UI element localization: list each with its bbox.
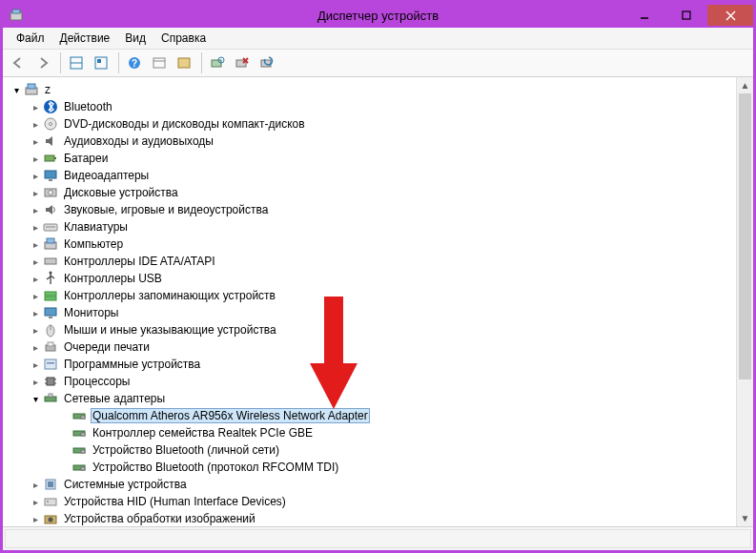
tree-item-label: Мыши и иные указывающие устройства [62, 322, 278, 338]
separator [118, 52, 119, 73]
tree-node-dvd[interactable]: ▸DVD-дисководы и дисководы компакт-диско… [7, 115, 753, 133]
expand-icon[interactable]: ▸ [30, 341, 41, 353]
svg-rect-41 [49, 317, 52, 318]
hid-icon [43, 494, 58, 509]
svg-rect-22 [28, 84, 35, 89]
toolbar-button[interactable] [148, 51, 171, 74]
menu-help[interactable]: Справка [153, 30, 214, 47]
tree-node-bt-pan[interactable]: Устройство Bluetooth (личной сети) [7, 441, 753, 459]
tree-node-computer[interactable]: ▸Компьютер [7, 236, 753, 253]
tree-node-hid[interactable]: ▸Устройства HID (Human Interface Devices… [7, 493, 753, 510]
tree-node-svg-devices[interactable]: ▸Звуковые, игровые и видеоустройства [7, 201, 753, 218]
menu-action[interactable]: Действие [52, 30, 118, 47]
menu-view[interactable]: Вид [117, 30, 153, 47]
svg-rect-28 [45, 171, 56, 178]
tree-item-label: Qualcomm Atheros AR956x Wireless Network… [91, 408, 370, 423]
tree-node-qualcomm-ar956x[interactable]: Qualcomm Atheros AR956x Wireless Network… [7, 407, 753, 424]
svg-rect-27 [54, 157, 56, 159]
statusbar-area [3, 526, 753, 550]
expand-icon[interactable]: ▸ [30, 187, 41, 198]
expand-icon[interactable]: ▸ [30, 221, 41, 233]
tree-node-disk[interactable]: ▸Дисковые устройства [7, 184, 753, 201]
expand-icon[interactable]: ▸ [30, 358, 41, 370]
network-adapter-icon [72, 442, 87, 458]
collapse-icon[interactable]: ▾ [10, 84, 22, 95]
device-tree[interactable]: ▲ ▼ ▾z▸Bluetooth▸DVD-дисководы и дисково… [3, 77, 753, 526]
tree-item-label: Контроллеры USB [62, 271, 164, 286]
scroll-thumb[interactable] [739, 93, 751, 379]
close-button[interactable] [707, 5, 753, 26]
tree-item-label: Компьютер [62, 236, 125, 252]
tree-node-display[interactable]: ▸Видеоадаптеры [7, 167, 753, 184]
software-icon [43, 357, 58, 372]
scan-hardware-button[interactable] [206, 51, 229, 74]
toggle-spacer [58, 444, 70, 456]
svg-rect-40 [45, 308, 56, 316]
expand-icon[interactable]: ▸ [30, 376, 41, 387]
svg-rect-1 [12, 10, 20, 13]
collapse-icon[interactable]: ▾ [30, 393, 41, 404]
svg-rect-64 [48, 481, 53, 487]
tree-node-keyboards[interactable]: ▸Клавиатуры [7, 218, 753, 236]
expand-icon[interactable]: ▸ [30, 273, 41, 284]
tree-node-audio-io[interactable]: ▸Аудиовходы и аудиовыходы [7, 133, 753, 150]
minimize-button[interactable] [623, 5, 665, 26]
tree-node-cpus[interactable]: ▸Процессоры [7, 373, 753, 390]
tree-node-bt-rfcomm[interactable]: Устройство Bluetooth (протокол RFCOMM TD… [7, 459, 753, 476]
tree-node-storage-ctrl[interactable]: ▸Контроллеры запоминающих устройств [7, 287, 753, 304]
battery-icon [43, 151, 58, 166]
back-button[interactable] [7, 51, 30, 74]
uninstall-button[interactable] [231, 51, 254, 74]
show-hide-button[interactable] [65, 51, 88, 74]
expand-icon[interactable]: ▸ [30, 170, 41, 181]
expand-icon[interactable]: ▸ [30, 238, 41, 250]
vertical-scrollbar[interactable]: ▲ ▼ [736, 77, 753, 526]
expand-icon[interactable]: ▸ [30, 135, 41, 147]
help-button[interactable]: ? [123, 51, 146, 74]
svg-point-25 [50, 123, 52, 126]
scroll-down-button[interactable]: ▼ [737, 510, 753, 526]
tree-node-print-queues[interactable]: ▸Очереди печати [7, 338, 753, 356]
svg-rect-9 [97, 59, 101, 63]
expand-icon[interactable]: ▸ [30, 118, 41, 130]
svg-text:?: ? [132, 58, 137, 69]
toolbar-button-2[interactable] [173, 51, 195, 74]
svg-rect-46 [45, 359, 56, 369]
tree-node-mice[interactable]: ▸Мыши и иные указывающие устройства [7, 321, 753, 338]
update-driver-button[interactable] [255, 51, 278, 74]
tree-node-net[interactable]: ▾Сетевые адаптеры [7, 390, 753, 407]
computer-root-icon [24, 82, 39, 97]
tree-node-imaging[interactable]: ▸Устройства обработки изображений [7, 510, 753, 526]
tree-node-system[interactable]: ▸Системные устройства [7, 476, 753, 493]
expand-icon[interactable]: ▸ [30, 153, 41, 164]
tree-node-ide[interactable]: ▸Контроллеры IDE ATA/ATAPI [7, 253, 753, 270]
display-icon [43, 168, 58, 183]
system-icon [43, 477, 58, 492]
tree-node-bluetooth[interactable]: ▸Bluetooth [7, 98, 753, 115]
scroll-up-button[interactable]: ▲ [737, 77, 753, 93]
properties-button[interactable] [90, 51, 112, 74]
titlebar[interactable]: Диспетчер устройств [3, 3, 753, 28]
expand-icon[interactable]: ▸ [30, 496, 41, 507]
forward-button[interactable] [31, 51, 54, 74]
menu-file[interactable]: Файл [9, 30, 52, 47]
tree-node-realtek-pcie-gbe[interactable]: Контроллер семейства Realtek PCIe GBE [7, 424, 753, 441]
svg-rect-56 [81, 416, 85, 419]
tree-node-software-dev[interactable]: ▸Программные устройства [7, 356, 753, 373]
expand-icon[interactable]: ▸ [30, 513, 41, 524]
tree-root-node[interactable]: ▾z [7, 81, 753, 98]
expand-icon[interactable]: ▸ [30, 324, 41, 336]
expand-icon[interactable]: ▸ [30, 479, 41, 490]
expand-icon[interactable]: ▸ [30, 290, 41, 301]
maximize-button[interactable] [665, 5, 707, 26]
svg-rect-36 [45, 258, 56, 264]
expand-icon[interactable]: ▸ [30, 307, 41, 318]
sound-icon [43, 202, 58, 217]
expand-icon[interactable]: ▸ [30, 204, 41, 215]
expand-icon[interactable]: ▸ [30, 256, 41, 267]
svg-rect-38 [45, 292, 56, 296]
tree-node-monitors[interactable]: ▸Мониторы [7, 304, 753, 321]
tree-node-usb[interactable]: ▸Контроллеры USB [7, 270, 753, 287]
tree-node-batteries[interactable]: ▸Батареи [7, 150, 753, 167]
expand-icon[interactable]: ▸ [30, 101, 41, 113]
